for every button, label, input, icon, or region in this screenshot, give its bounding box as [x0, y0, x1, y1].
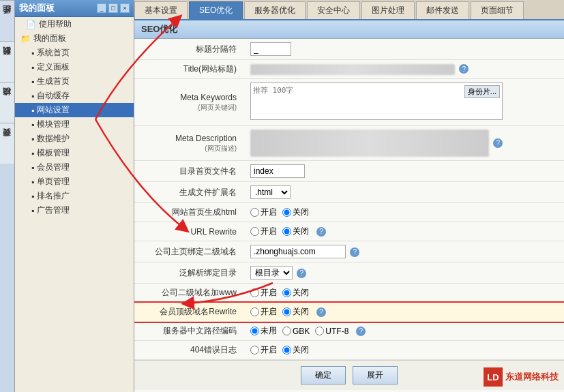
nav-tab-function[interactable]: 功能模块: [0, 82, 14, 123]
confirm-button[interactable]: 确定: [301, 366, 346, 385]
value-url-rewrite: 开启 关闭 ?: [243, 222, 564, 241]
tab-image[interactable]: 图片处理: [361, 1, 415, 19]
title-blurred-value: [250, 64, 455, 75]
radio-company-www-on[interactable]: 开启: [250, 287, 277, 299]
sidebar-item-gen-home[interactable]: ▪ 生成首页: [15, 74, 134, 89]
input-subdomain-bind[interactable]: [250, 245, 346, 258]
select-gen-ext[interactable]: .html .htm .shtml: [250, 185, 291, 199]
custom-panel-icon: ▪: [31, 63, 34, 72]
sidebar-item-module-mgmt[interactable]: ▪ 模块管理: [15, 117, 134, 132]
unresolved-dir-help-icon[interactable]: ?: [297, 269, 306, 278]
label-gen-html: 网站首页生成html: [134, 203, 243, 222]
tab-seo[interactable]: SEO优化: [189, 1, 243, 19]
single-mgmt-icon: ▪: [31, 177, 34, 187]
input-separator[interactable]: [250, 42, 291, 56]
sidebar-min-icon[interactable]: _: [97, 3, 106, 13]
seo-content-panel: SEO优化 标题分隔符 Title(网站标题) ?: [134, 20, 564, 392]
tab-mail[interactable]: 邮件发送: [416, 1, 469, 19]
radio-error-log-off[interactable]: 关闭: [282, 344, 309, 356]
radio-member-rewrite-on[interactable]: 开启: [250, 306, 277, 318]
label-unresolved-dir: 泛解析绑定目录: [134, 262, 243, 284]
tab-basic-settings[interactable]: 基本设置: [134, 1, 188, 19]
sidebar-item-use-help[interactable]: 📄 使用帮助: [15, 17, 134, 31]
path-encoding-help-icon[interactable]: ?: [356, 327, 366, 336]
label-index-filename: 目录首页文件名: [134, 161, 243, 182]
my-panel-folder-icon: 📁: [20, 34, 31, 44]
value-separator: [243, 39, 564, 60]
radio-gen-html-off[interactable]: 关闭: [282, 207, 309, 218]
nav-tab-member[interactable]: 会员管理: [0, 123, 14, 164]
select-unresolved-dir[interactable]: 根目录 其他: [250, 266, 293, 280]
label-keywords: Meta Keywords(网页关键词): [134, 79, 243, 126]
sidebar-restore-icon[interactable]: □: [108, 3, 118, 13]
expand-button[interactable]: 展开: [353, 366, 398, 385]
member-rewrite-help-icon[interactable]: ?: [316, 307, 326, 317]
radio-member-rewrite-off[interactable]: 关闭: [282, 306, 309, 318]
row-subdomain-bind: 公司主页绑定二级域名 ?: [134, 241, 564, 262]
radio-url-rewrite: 开启 关闭 ?: [250, 226, 557, 237]
value-company-www: 开启 关闭: [243, 284, 564, 303]
value-subdomain-bind: ?: [243, 241, 564, 262]
label-title: Title(网站标题): [134, 60, 243, 79]
radio-gen-html-on[interactable]: 开启: [250, 207, 277, 218]
radio-company-www: 开启 关闭: [250, 287, 557, 299]
radio-path-encoding-unused[interactable]: 未用: [250, 325, 277, 337]
description-help-icon[interactable]: ?: [493, 138, 503, 148]
sidebar-header: 我的面板 _ □ ×: [15, 0, 134, 17]
top-tab-bar: 基本设置 SEO优化 服务器优化 安全中心 图片处理 邮件发送 页面细节: [134, 0, 564, 20]
sidebar-item-single-mgmt[interactable]: ▪ 单页管理: [15, 175, 134, 189]
input-index-filename[interactable]: [250, 164, 305, 178]
sidebar: 我的面板 _ □ × 📄 使用帮助 📁 我的面板 ▪ 系统首页 ▪ 定义面板 ▪…: [15, 0, 134, 392]
row-unresolved-dir: 泛解析绑定目录 根目录 其他 ?: [134, 262, 564, 284]
sidebar-item-site-settings[interactable]: ▪ 网站设置: [15, 103, 134, 117]
sidebar-item-rank-promo[interactable]: ▪ 排名推广: [15, 189, 134, 203]
label-member-rewrite: 会员顶级域名Rewrite: [134, 303, 243, 322]
radio-company-www-off[interactable]: 关闭: [282, 287, 309, 299]
sidebar-item-my-panel[interactable]: 📁 我的面板: [15, 31, 134, 46]
tab-server-opt[interactable]: 服务器优化: [244, 1, 306, 19]
seo-section-title: SEO优化: [134, 20, 564, 39]
nav-tab-my-panel[interactable]: 我的面板: [0, 41, 14, 82]
ad-mgmt-icon: ▪: [31, 206, 34, 215]
value-description: ?: [243, 126, 564, 161]
label-path-encoding: 服务器中文路径编码: [134, 322, 243, 341]
tab-page-detail[interactable]: 页面细节: [471, 1, 524, 19]
system-home-icon: ▪: [31, 48, 34, 58]
radio-error-log: 开启 关闭: [250, 344, 557, 356]
row-index-filename: 目录首页文件名: [134, 161, 564, 182]
row-separator: 标题分隔符: [134, 39, 564, 60]
radio-path-encoding-utf8[interactable]: UTF-8: [315, 327, 348, 336]
radio-url-rewrite-on[interactable]: 开启: [250, 226, 277, 237]
use-help-icon: 📄: [26, 20, 36, 29]
auto-save-icon: ▪: [31, 91, 34, 101]
radio-error-log-on[interactable]: 开启: [250, 344, 277, 356]
sidebar-item-ad-mgmt[interactable]: ▪ 广告管理: [15, 203, 134, 217]
radio-url-rewrite-off[interactable]: 关闭: [282, 226, 309, 237]
sidebar-item-auto-save[interactable]: ▪ 自动缓存: [15, 89, 134, 103]
nav-tab-system[interactable]: 系统维护: [0, 0, 14, 41]
sidebar-item-member-mgmt[interactable]: ▪ 会员管理: [15, 160, 134, 175]
sidebar-item-system-home[interactable]: ▪ 系统首页: [15, 46, 134, 60]
tab-security[interactable]: 安全中心: [307, 1, 360, 19]
row-company-www: 公司二级域名加www 开启 关闭: [134, 284, 564, 303]
member-mgmt-icon: ▪: [31, 163, 34, 172]
sidebar-item-custom-panel[interactable]: ▪ 定义面板: [15, 60, 134, 74]
sidebar-close-icon[interactable]: ×: [120, 3, 130, 13]
title-help-icon[interactable]: ?: [459, 64, 469, 74]
module-mgmt-icon: ▪: [31, 120, 34, 130]
value-gen-ext: .html .htm .shtml: [243, 182, 564, 203]
keywords-img-button[interactable]: 身份片...: [464, 85, 500, 98]
main-content: 基本设置 SEO优化 服务器优化 安全中心 图片处理 邮件发送 页面细节 SEO…: [134, 0, 564, 392]
value-title: ?: [243, 60, 564, 79]
value-index-filename: [243, 161, 564, 182]
sidebar-item-db-maintain[interactable]: ▪ 数据维护: [15, 132, 134, 146]
keywords-wrapper: 身份片...: [250, 82, 503, 122]
site-settings-icon: ▪: [31, 106, 34, 115]
label-separator: 标题分隔符: [134, 39, 243, 60]
url-rewrite-help-icon[interactable]: ?: [316, 227, 326, 237]
label-error-log: 404错误日志: [134, 341, 243, 360]
sidebar-item-template-mgmt[interactable]: ▪ 模板管理: [15, 146, 134, 160]
row-title: Title(网站标题) ?: [134, 60, 564, 79]
radio-path-encoding-gbk[interactable]: GBK: [282, 327, 310, 336]
subdomain-help-icon[interactable]: ?: [350, 247, 359, 257]
